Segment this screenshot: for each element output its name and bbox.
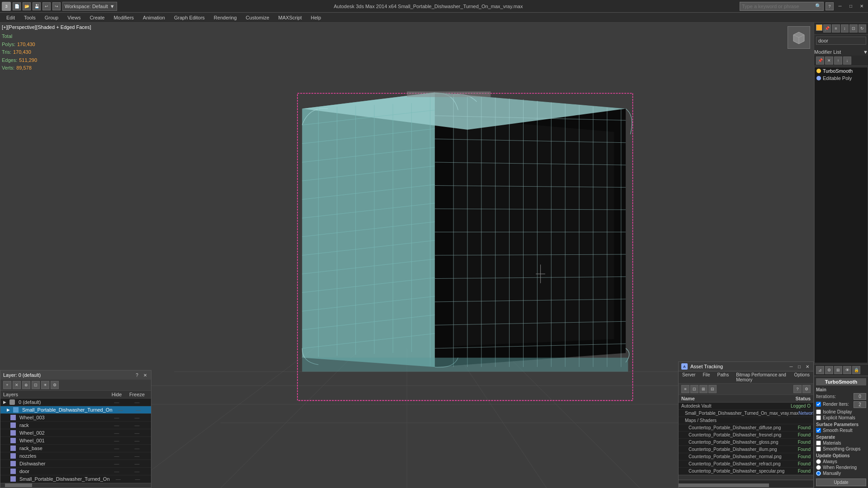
layer-item-wheel003[interactable]: Wheel_003 — — <box>0 414 151 422</box>
layer-freeze-col-3[interactable]: — <box>126 415 148 420</box>
layers-delete-btn[interactable]: ✕ <box>13 381 21 389</box>
open-file-icon[interactable]: 📂 <box>23 2 31 10</box>
menu-modifiers[interactable]: Modifiers <box>109 13 138 23</box>
asset-item-vault[interactable]: Autodesk Vault Logged O <box>679 403 813 410</box>
color-swatch-orange[interactable] <box>816 24 822 31</box>
asset-menu-file[interactable]: File <box>699 371 713 383</box>
maximize-button[interactable]: □ <box>846 2 855 11</box>
asset-item-maps[interactable]: Maps / Shaders <box>679 417 813 424</box>
layer-item-dishwasher[interactable]: ▶ Small_Portable_Dishwasher_Turned_On — … <box>0 406 151 414</box>
menu-group[interactable]: Group <box>40 13 63 23</box>
mod-eye-icon[interactable]: 👁 <box>843 366 851 374</box>
layers-add-sel-btn[interactable]: ⊕ <box>22 381 30 389</box>
close-button[interactable]: ✕ <box>857 2 866 11</box>
modifier-editable-poly[interactable]: Editable Poly <box>815 75 868 82</box>
asset-item-fresnel[interactable]: Countertop_Portable_Dishwasher_fresnel.p… <box>679 432 813 439</box>
layers-scrollbar-thumb[interactable] <box>5 483 32 487</box>
manually-radio[interactable] <box>816 471 821 476</box>
layer-freeze-col-4[interactable]: — <box>126 422 148 428</box>
layer-hide-col-4[interactable]: — <box>108 422 126 428</box>
layers-close-button[interactable]: ✕ <box>142 372 148 378</box>
asset-menu-server[interactable]: Server <box>679 371 699 383</box>
asset-tool-settings-icon[interactable]: ⚙ <box>802 385 811 393</box>
asset-tool-list-icon[interactable]: ≡ <box>681 385 689 393</box>
menu-maxscript[interactable]: MAXScript <box>274 13 307 23</box>
mod-pin-btn[interactable]: 📌 <box>816 56 824 65</box>
layer-item-rack[interactable]: rack — — <box>0 422 151 429</box>
render-iters-checkbox[interactable] <box>816 402 821 407</box>
layer-item-wheel002[interactable]: Wheel_002 — — <box>0 429 151 437</box>
mod-down-btn[interactable]: ↓ <box>843 56 851 65</box>
new-file-icon[interactable]: 📄 <box>13 2 21 10</box>
render-iters-input[interactable]: 2 <box>854 401 866 408</box>
modifier-name-input[interactable]: door <box>816 37 866 45</box>
mod-delete-btn[interactable]: ✕ <box>825 56 833 65</box>
asset-scrollbar[interactable] <box>679 475 813 479</box>
layer-item-default[interactable]: ▶ 0 (default) — — <box>0 399 151 406</box>
asset-menu-options[interactable]: Options <box>791 371 813 383</box>
mod-wrap-icon[interactable]: ⊞ <box>834 366 842 374</box>
mod-cfg-icon[interactable]: ⚙ <box>825 366 833 374</box>
menu-tools[interactable]: Tools <box>19 13 40 23</box>
workspace-dropdown[interactable]: Workspace: Default ▼ <box>62 2 117 11</box>
asset-menu-bitmap[interactable]: Bitmap Performance and Memory <box>732 371 790 383</box>
materials-checkbox[interactable] <box>816 441 821 446</box>
when-rendering-radio[interactable] <box>816 465 821 470</box>
asset-tool-help-icon[interactable]: ? <box>793 385 802 393</box>
always-radio[interactable] <box>816 459 821 464</box>
mod-list-icon[interactable]: ≡ <box>832 24 840 33</box>
menu-help[interactable]: Help <box>307 13 326 23</box>
asset-tool-detail-icon[interactable]: ⊟ <box>708 385 717 393</box>
modifier-turbsmooth[interactable]: TurboSmooth <box>815 67 868 75</box>
layers-help-button[interactable]: ? <box>134 372 140 378</box>
layer-item-small-dishwasher[interactable]: Small_Portable_Dishwasher_Turned_On — — <box>0 475 151 483</box>
isoline-display-checkbox[interactable] <box>816 409 821 414</box>
asset-item-refract[interactable]: Countertop_Portable_Dishwasher_refract.p… <box>679 460 813 468</box>
mod-rotate-icon[interactable]: ↻ <box>859 24 866 33</box>
mod-scale-icon[interactable]: ⊡ <box>849 24 857 33</box>
menu-edit[interactable]: Edit <box>2 13 19 23</box>
layer-freeze-col[interactable]: — <box>126 399 148 405</box>
layers-highlight-btn[interactable]: ☀ <box>41 381 49 389</box>
undo-icon[interactable]: ↩ <box>42 2 51 10</box>
asset-item-diffuse[interactable]: Countertop_Portable_Dishwasher_diffuse.p… <box>679 424 813 432</box>
menu-views[interactable]: Views <box>63 13 85 23</box>
layer-hide-col-2[interactable]: — <box>113 407 128 413</box>
menu-create[interactable]: Create <box>85 13 109 23</box>
asset-item-gloss[interactable]: Countertop_Portable_Dishwasher_gloss.png… <box>679 439 813 446</box>
menu-graph-editors[interactable]: Graph Editors <box>170 13 209 23</box>
layers-new-btn[interactable]: + <box>3 381 11 389</box>
update-button[interactable]: Update <box>816 479 866 486</box>
asset-close-button[interactable]: ✕ <box>804 363 811 370</box>
asset-item-specular[interactable]: Countertop_Portable_Dishwasher_specular.… <box>679 468 813 475</box>
redo-icon[interactable]: ↪ <box>52 2 61 10</box>
layer-item-wheel001[interactable]: Wheel_001 — — <box>0 437 151 445</box>
asset-scrollbar-thumb[interactable] <box>679 483 769 487</box>
menu-customize[interactable]: Customize <box>241 13 274 23</box>
mod-funnel-icon[interactable]: ⊿ <box>816 366 824 374</box>
layer-item-rackbase[interactable]: rack_base — — <box>0 445 151 452</box>
save-file-icon[interactable]: 💾 <box>33 2 41 10</box>
menu-rendering[interactable]: Rendering <box>209 13 241 23</box>
smoothing-groups-checkbox[interactable] <box>816 446 821 451</box>
layers-select-btn[interactable]: ⊡ <box>32 381 40 389</box>
iterations-input[interactable]: 0 <box>854 393 866 400</box>
explicit-normals-checkbox[interactable] <box>816 415 821 420</box>
asset-tool-small-icon[interactable]: ⊡ <box>690 385 698 393</box>
layer-freeze-col-2[interactable]: — <box>128 407 148 413</box>
layers-settings-btn[interactable]: ⚙ <box>51 381 59 389</box>
smooth-result-checkbox[interactable] <box>816 428 821 433</box>
layer-hide-col[interactable]: — <box>108 399 126 405</box>
layer-item-door[interactable]: door — — <box>0 468 151 475</box>
asset-item-normal[interactable]: Countertop_Portable_Dishwasher_normal.pn… <box>679 453 813 460</box>
mod-lock-icon[interactable]: 🔒 <box>852 366 860 374</box>
search-input[interactable] <box>742 4 814 9</box>
modifier-list-dropdown-icon[interactable]: ▼ <box>863 49 868 55</box>
layer-item-dishwasher-obj[interactable]: Dishwasher — — <box>0 460 151 468</box>
minimize-button[interactable]: ─ <box>835 2 844 11</box>
asset-minimize-button[interactable]: ─ <box>788 363 794 370</box>
help-icon[interactable]: ? <box>826 2 834 10</box>
mod-up-btn[interactable]: ↑ <box>834 56 842 65</box>
layers-scrollbar[interactable] <box>0 483 151 488</box>
layer-item-nozzles[interactable]: nozzles — — <box>0 452 151 460</box>
